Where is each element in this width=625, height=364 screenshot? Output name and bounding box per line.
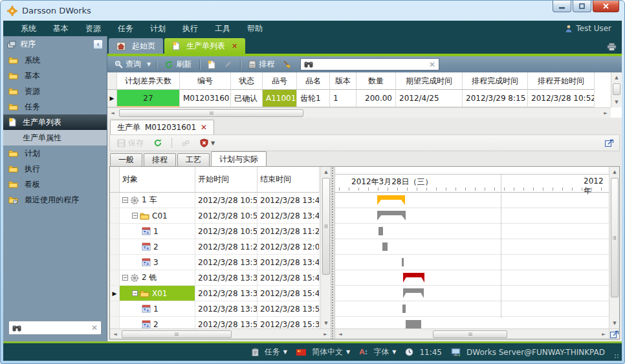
- sidebar-item-0[interactable]: 系统: [3, 52, 107, 68]
- orders-cell-7[interactable]: 2012/4/25: [396, 90, 463, 107]
- orders-header-8[interactable]: 排程完成时间: [463, 72, 528, 90]
- menu-item-7[interactable]: 帮助: [239, 21, 271, 36]
- tree-header-1[interactable]: 开始时间: [195, 167, 258, 193]
- tree-cell-object[interactable]: 2: [120, 239, 195, 255]
- splitter-handle[interactable]: [331, 167, 335, 339]
- link-button[interactable]: [179, 138, 193, 148]
- sidebar-search-clear-icon[interactable]: ✕: [91, 323, 98, 332]
- tree-cell-end[interactable]: 2012/3/28 15:30: [258, 317, 320, 328]
- doc-tab-0[interactable]: 起始页: [109, 38, 163, 54]
- tree-row-7[interactable]: 12012/3/28 13:302012/3/28 13:50: [110, 301, 320, 317]
- gantt-bar-0[interactable]: [377, 195, 405, 205]
- close-button[interactable]: [593, 1, 619, 12]
- schedule-button[interactable]: 排程: [246, 58, 277, 70]
- tree-row-8[interactable]: 22012/3/28 13:502012/3/28 15:30: [110, 317, 320, 328]
- clean-button[interactable]: [280, 59, 294, 69]
- orders-cell-6[interactable]: 200.00: [356, 90, 396, 107]
- tree-cell-end[interactable]: 2012/3/28 13:40: [258, 193, 320, 208]
- orders-cell-1[interactable]: M012031601: [180, 90, 231, 107]
- status-item-4[interactable]: DWorks Server@FUNWAY-THINKPAD: [448, 348, 608, 357]
- sidebar-item-7[interactable]: 执行: [3, 161, 107, 177]
- tree-cell-object[interactable]: 1: [120, 301, 195, 317]
- tree-row-6[interactable]: ▶−X012012/3/28 13:302012/3/28 15:40: [110, 286, 320, 301]
- tree-cell-end[interactable]: 2012/3/28 13:40: [258, 255, 320, 270]
- doc-tab-1[interactable]: 生产单列表✕: [164, 38, 245, 54]
- status-item-1[interactable]: 简体中文▼: [294, 347, 353, 358]
- orders-cell-5[interactable]: 1: [330, 90, 356, 107]
- tree-cell-end[interactable]: 2012/3/28 12:00: [258, 239, 320, 255]
- orders-header-6[interactable]: 数量: [356, 72, 396, 90]
- sidebar-item-3[interactable]: 任务: [3, 99, 107, 114]
- tree-cell-start[interactable]: 2012/3/28 13:50: [195, 317, 258, 328]
- sidebar-item-9[interactable]: 最近使用的程序: [3, 192, 107, 208]
- orders-header-2[interactable]: 状态: [231, 72, 263, 90]
- tree-row-2[interactable]: 12012/3/28 10:522012/3/28 11:22: [110, 224, 320, 239]
- menu-item-2[interactable]: 资源: [77, 21, 109, 36]
- tree-cell-object[interactable]: −1 车: [120, 193, 195, 208]
- tab-close-icon[interactable]: ✕: [232, 42, 237, 50]
- subtab-1[interactable]: 排程: [144, 153, 176, 166]
- validate-button[interactable]: ▼: [197, 138, 217, 148]
- tree-cell-start[interactable]: 2012/3/28 13:30: [195, 301, 258, 317]
- orders-cell-2[interactable]: 已确认: [231, 90, 263, 107]
- gantt-horizontal-scrollbar[interactable]: ◄ ►: [335, 328, 609, 339]
- sidebar-item-5[interactable]: 生产单属性: [3, 130, 107, 145]
- dropdown-caret-icon[interactable]: ▼: [346, 349, 350, 355]
- edit-button[interactable]: [221, 59, 235, 69]
- tree-cell-object[interactable]: −C01: [120, 208, 195, 224]
- new-order-button[interactable]: [205, 59, 218, 70]
- menu-item-0[interactable]: 系统: [12, 21, 45, 36]
- tree-cell-end[interactable]: 2012/3/28 13:50: [258, 301, 320, 317]
- tree-header-0[interactable]: 对象: [120, 167, 195, 193]
- gantt-bar-1[interactable]: [377, 211, 406, 220]
- tree-cell-start[interactable]: 2012/3/28 13:30: [195, 255, 258, 270]
- subtab-2[interactable]: 工艺: [177, 153, 210, 166]
- query-dropdown-caret[interactable]: ▼: [147, 61, 151, 67]
- sidebar-item-8[interactable]: 看板: [3, 177, 107, 192]
- query-button[interactable]: 查询: [112, 58, 144, 70]
- menu-item-5[interactable]: 执行: [174, 21, 206, 36]
- orders-horizontal-scrollbar[interactable]: ◄ ►: [107, 107, 611, 118]
- tree-cell-object[interactable]: −2 铣: [120, 270, 195, 286]
- sidebar-collapse-button[interactable]: ‹: [93, 39, 103, 49]
- expand-box-icon[interactable]: −: [132, 213, 138, 219]
- order-detail-tab[interactable]: 生产单 M012031601 ✕: [110, 120, 214, 134]
- detail-tab-close-icon[interactable]: ✕: [201, 123, 207, 132]
- tree-cell-object[interactable]: 2: [120, 317, 195, 328]
- save-button[interactable]: 保存: [115, 137, 146, 149]
- orders-header-4[interactable]: 品名: [297, 72, 330, 90]
- tree-cell-end[interactable]: 2012/3/28 15:40: [258, 286, 320, 301]
- tree-horizontal-scrollbar[interactable]: ◄ ►: [110, 328, 331, 339]
- expand-box-icon[interactable]: −: [122, 197, 128, 203]
- tree-cell-end[interactable]: 2012/3/28 15:40: [258, 270, 320, 286]
- orders-cell-8[interactable]: 2012/3/29 8:15: [463, 90, 528, 107]
- tree-cell-object[interactable]: 1: [120, 224, 195, 239]
- sidebar-item-6[interactable]: 计划: [3, 145, 107, 161]
- orders-cell-3[interactable]: A11001: [263, 90, 297, 107]
- tree-header-2[interactable]: 结束时间: [258, 167, 320, 193]
- orders-vertical-scrollbar[interactable]: ▲ ▼: [611, 72, 622, 107]
- orders-cell-0[interactable]: 27: [117, 90, 180, 107]
- tree-cell-start[interactable]: 2012/3/28 10:52: [195, 208, 258, 224]
- tree-cell-start[interactable]: 2012/3/28 10:52: [195, 193, 258, 208]
- expand-box-icon[interactable]: −: [132, 290, 138, 296]
- gantt-bar-4[interactable]: [402, 258, 404, 266]
- tree-cell-start[interactable]: 2012/3/28 13:30: [195, 286, 258, 301]
- refresh-button[interactable]: 刷新: [162, 58, 194, 70]
- toolbar-search-input[interactable]: [316, 60, 426, 69]
- gantt-popout-icon[interactable]: [609, 328, 619, 339]
- minimize-button[interactable]: [553, 1, 571, 12]
- orders-header-9[interactable]: 排程开始时间: [528, 72, 595, 90]
- tree-row-3[interactable]: 22012/3/28 11:222012/3/28 12:00: [110, 239, 320, 255]
- tree-vertical-scrollbar[interactable]: ▲ ▼: [320, 167, 331, 328]
- detail-refresh-button[interactable]: [151, 138, 165, 148]
- tree-cell-end[interactable]: 2012/3/28 13:40: [258, 208, 320, 224]
- orders-header-7[interactable]: 期望完成时间: [396, 72, 463, 90]
- tree-cell-start[interactable]: 2012/3/28 11:22: [195, 239, 258, 255]
- sidebar-item-4[interactable]: 生产单列表: [3, 114, 107, 130]
- orders-header-1[interactable]: 编号: [180, 72, 231, 90]
- resize-grip[interactable]: [614, 354, 619, 359]
- maximize-button[interactable]: [573, 1, 591, 12]
- orders-cell-9[interactable]: 2012/3/28 10:52: [528, 90, 595, 107]
- tree-row-0[interactable]: −1 车2012/3/28 10:522012/3/28 13:40: [110, 193, 320, 208]
